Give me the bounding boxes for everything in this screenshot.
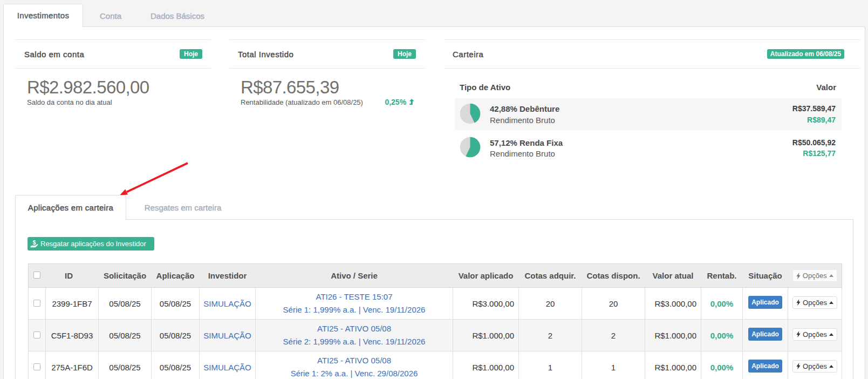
svg-text:$: $ [33, 240, 36, 246]
